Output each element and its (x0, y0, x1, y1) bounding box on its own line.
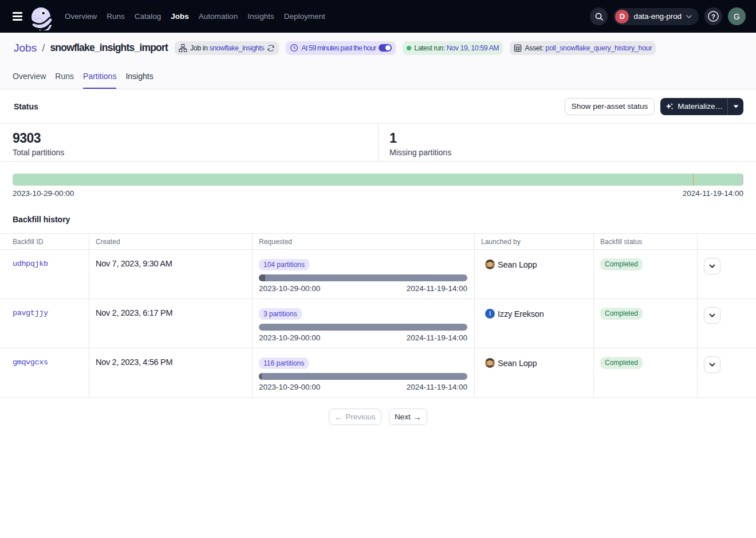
svg-text:?: ? (711, 13, 715, 20)
